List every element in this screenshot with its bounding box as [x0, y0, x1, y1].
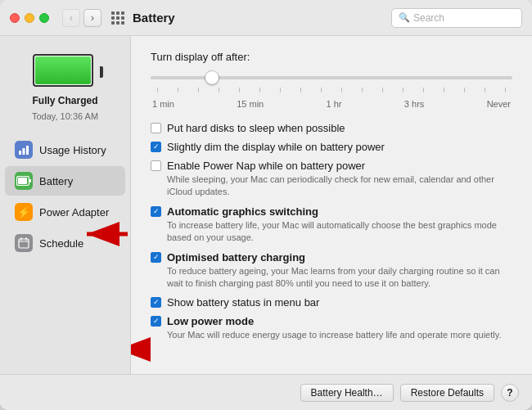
- help-button[interactable]: ?: [501, 384, 519, 402]
- power-adapter-icon: ⚡: [15, 203, 33, 221]
- slider-track-wrapper[interactable]: [151, 70, 512, 86]
- search-placeholder: Search: [413, 12, 444, 24]
- main-window: ‹ › Battery 🔍 Search: [0, 0, 532, 410]
- option-menu-bar: Show battery status in menu bar: [151, 296, 512, 309]
- option-optimised-charging: Optimised battery charging To reduce bat…: [151, 251, 512, 291]
- app-grid: [111, 11, 124, 25]
- search-icon: 🔍: [399, 12, 410, 23]
- display-sleep-slider-section: Turn display off after:: [151, 51, 512, 109]
- slider-track: [151, 76, 512, 79]
- label-dim-display: Slightly dim the display while on batter…: [167, 141, 385, 153]
- svg-rect-4: [18, 178, 27, 184]
- options-list: Put hard disks to sleep when possible Sl…: [151, 122, 512, 342]
- label-power-nap: Enable Power Nap while on battery power: [167, 160, 365, 172]
- slider-label: Turn display off after:: [151, 51, 512, 63]
- checkbox-menu-bar[interactable]: [151, 297, 161, 308]
- slider-thumb[interactable]: [205, 71, 219, 84]
- slider-label-never: Never: [487, 99, 511, 109]
- desc-low-power: Your Mac will reduce energy usage to inc…: [167, 329, 512, 341]
- sidebar-item-battery[interactable]: Battery: [5, 166, 125, 196]
- nav-buttons: ‹ ›: [62, 9, 101, 27]
- slider-label-15min: 15 min: [237, 99, 264, 109]
- label-menu-bar: Show battery status in menu bar: [167, 296, 319, 309]
- bottom-bar: Battery Health… Restore Defaults ?: [0, 374, 532, 410]
- battery-nav-icon: [15, 172, 33, 190]
- schedule-label: Schedule: [39, 237, 83, 250]
- svg-rect-2: [26, 146, 29, 155]
- titlebar: ‹ › Battery 🔍 Search: [0, 0, 532, 36]
- checkbox-low-power[interactable]: [151, 316, 161, 327]
- desc-optimised-charging: To reduce battery ageing, your Mac learn…: [167, 265, 512, 291]
- option-low-power: Low power mode Your Mac will reduce ener…: [151, 315, 512, 341]
- svg-rect-0: [19, 151, 21, 155]
- sidebar-item-power-adapter[interactable]: ⚡ Power Adapter: [5, 197, 125, 227]
- content-panel: Turn display off after:: [131, 36, 532, 374]
- checkbox-auto-graphics[interactable]: [151, 206, 161, 217]
- slider-label-1hr: 1 hr: [327, 99, 342, 109]
- sidebar-item-usage-history[interactable]: Usage History: [5, 135, 125, 164]
- slider-label-3hrs: 3 hrs: [404, 99, 424, 109]
- label-optimised-charging: Optimised battery charging: [167, 251, 305, 264]
- slider-label-1min: 1 min: [152, 99, 174, 109]
- power-adapter-label: Power Adapter: [39, 206, 109, 219]
- sidebar-item-schedule[interactable]: Schedule: [5, 228, 125, 258]
- option-hard-disks: Put hard disks to sleep when possible: [151, 122, 512, 134]
- sidebar-nav: Usage History Battery ⚡ Power Adapter: [0, 134, 130, 259]
- svg-rect-5: [29, 179, 31, 182]
- minimize-button[interactable]: [25, 13, 34, 23]
- desc-auto-graphics: To increase battery life, your Mac will …: [167, 219, 512, 245]
- forward-button[interactable]: ›: [83, 9, 101, 27]
- option-dim-display: Slightly dim the display while on batter…: [151, 141, 512, 153]
- checkbox-power-nap[interactable]: [151, 160, 161, 171]
- search-bar[interactable]: 🔍 Search: [391, 8, 522, 28]
- label-hard-disks: Put hard disks to sleep when possible: [167, 122, 345, 134]
- sidebar: Fully Charged Today, 10:36 AM Usage Hist…: [0, 36, 131, 374]
- back-button[interactable]: ‹: [62, 9, 80, 27]
- battery-time-label: Today, 10:36 AM: [32, 111, 98, 121]
- svg-rect-6: [19, 239, 29, 248]
- grid-icon[interactable]: [111, 11, 124, 25]
- checkbox-dim-display[interactable]: [151, 142, 161, 152]
- usage-history-icon: [15, 141, 33, 159]
- window-title: Battery: [133, 11, 391, 25]
- maximize-button[interactable]: [39, 13, 49, 23]
- schedule-icon: [15, 234, 33, 252]
- checkbox-hard-disks[interactable]: [151, 123, 161, 133]
- label-auto-graphics: Automatic graphics switching: [167, 205, 318, 218]
- battery-health-button[interactable]: Battery Health…: [300, 384, 394, 402]
- battery-label: Battery: [39, 175, 73, 187]
- checkbox-optimised-charging[interactable]: [151, 252, 161, 263]
- battery-icon: [33, 54, 98, 90]
- traffic-lights: [10, 13, 49, 23]
- option-auto-graphics: Automatic graphics switching To increase…: [151, 205, 512, 245]
- svg-rect-1: [23, 148, 25, 155]
- battery-status-display: Fully Charged Today, 10:36 AM: [0, 46, 130, 134]
- slider-labels: 1 min 15 min 1 hr 3 hrs Never: [151, 99, 512, 109]
- option-power-nap: Enable Power Nap while on battery power …: [151, 160, 512, 199]
- main-content: Fully Charged Today, 10:36 AM Usage Hist…: [0, 36, 532, 374]
- close-button[interactable]: [10, 13, 20, 23]
- restore-defaults-button[interactable]: Restore Defaults: [400, 384, 494, 402]
- battery-charged-label: Fully Charged: [32, 95, 97, 106]
- usage-history-label: Usage History: [39, 144, 106, 156]
- label-low-power: Low power mode: [167, 315, 254, 327]
- desc-power-nap: While sleeping, your Mac can periodicall…: [167, 173, 512, 199]
